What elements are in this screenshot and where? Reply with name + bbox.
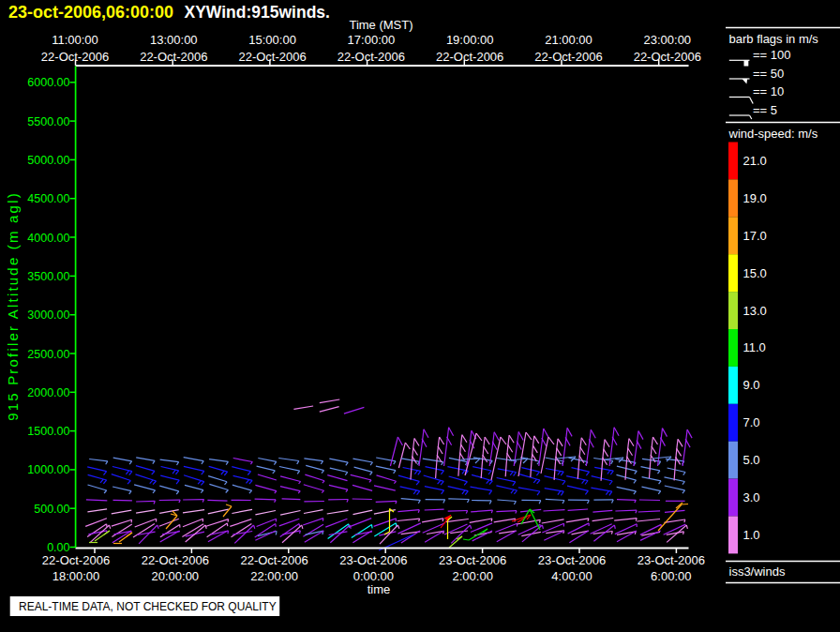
svg-text:4000.00: 4000.00 [27,232,69,245]
svg-text:915 Profiler Altitude (m agl): 915 Profiler Altitude (m agl) [5,191,21,421]
svg-text:3500.00: 3500.00 [27,270,69,283]
svg-text:22-Oct-2006: 22-Oct-2006 [240,553,308,567]
svg-text:7.0: 7.0 [743,415,760,429]
svg-text:15.0: 15.0 [743,266,767,280]
svg-text:22-Oct-2006: 22-Oct-2006 [142,553,209,567]
svg-text:3000.00: 3000.00 [27,308,69,322]
svg-text:== 100: == 100 [753,48,791,62]
svg-text:0:00:00: 0:00:00 [353,569,394,583]
svg-text:20:00:00: 20:00:00 [151,569,199,583]
svg-text:barb flags in m/s: barb flags in m/s [729,32,819,46]
svg-text:13:00:00: 13:00:00 [150,33,198,47]
svg-text:22-Oct-2006: 22-Oct-2006 [140,50,207,64]
svg-text:22-Oct-2006: 22-Oct-2006 [338,50,405,64]
svg-text:5.0: 5.0 [743,453,760,467]
svg-text:500.00: 500.00 [34,503,69,516]
svg-text:4:00:00: 4:00:00 [551,569,592,583]
svg-text:time: time [368,582,391,596]
svg-text:23-Oct-2006: 23-Oct-2006 [439,553,506,567]
svg-text:22-Oct-2006: 22-Oct-2006 [534,50,602,64]
svg-text:23-Oct-2006: 23-Oct-2006 [638,553,705,567]
svg-text:21.0: 21.0 [743,154,767,168]
svg-text:6000.00: 6000.00 [27,76,69,89]
svg-text:Time (MST): Time (MST) [349,18,412,32]
svg-text:XYWind:915winds.: XYWind:915winds. [185,3,330,22]
svg-text:22-Oct-2006: 22-Oct-2006 [436,50,503,64]
svg-text:== 50: == 50 [753,67,784,81]
svg-text:22-Oct-2006: 22-Oct-2006 [42,553,110,567]
svg-text:1.0: 1.0 [743,528,760,542]
svg-text:2000.00: 2000.00 [27,386,69,399]
svg-text:17:00:00: 17:00:00 [348,33,396,47]
svg-text:4500.00: 4500.00 [27,192,69,205]
svg-text:13.0: 13.0 [743,304,767,318]
svg-text:15:00:00: 15:00:00 [248,33,296,47]
svg-text:5000.00: 5000.00 [27,154,69,167]
svg-text:23:00:00: 23:00:00 [643,33,691,47]
svg-text:2:00:00: 2:00:00 [453,569,493,583]
svg-text:22-Oct-2006: 22-Oct-2006 [238,50,306,64]
svg-text:23-Oct-2006: 23-Oct-2006 [339,553,407,567]
svg-text:wind-speed: m/s: wind-speed: m/s [728,127,818,141]
svg-text:== 5: == 5 [753,103,777,117]
svg-text:REAL-TIME DATA, NOT CHECKED FO: REAL-TIME DATA, NOT CHECKED FOR QUALITY [19,600,277,613]
svg-text:1000.00: 1000.00 [27,463,69,476]
svg-text:11:00:00: 11:00:00 [52,33,98,47]
svg-text:1500.00: 1500.00 [27,425,69,438]
svg-text:5500.00: 5500.00 [27,115,69,128]
svg-text:6:00:00: 6:00:00 [651,569,691,583]
svg-text:3.0: 3.0 [743,490,760,504]
svg-text:19.0: 19.0 [743,191,767,205]
svg-text:17.0: 17.0 [743,229,767,243]
svg-text:iss3/winds: iss3/winds [729,564,786,579]
svg-text:23-oct-2006,06:00:00: 23-oct-2006,06:00:00 [8,3,173,22]
svg-text:21:00:00: 21:00:00 [545,33,592,47]
svg-text:18:00:00: 18:00:00 [52,569,100,583]
svg-text:9.0: 9.0 [743,378,760,392]
svg-text:0.00: 0.00 [47,541,69,554]
svg-text:11.0: 11.0 [743,340,766,354]
svg-text:22-Oct-2006: 22-Oct-2006 [634,50,701,64]
svg-text:22:00:00: 22:00:00 [250,569,298,583]
svg-text:2500.00: 2500.00 [27,348,69,361]
svg-text:== 10: == 10 [753,84,784,98]
svg-text:23-Oct-2006: 23-Oct-2006 [538,553,606,567]
svg-text:19:00:00: 19:00:00 [446,33,494,47]
